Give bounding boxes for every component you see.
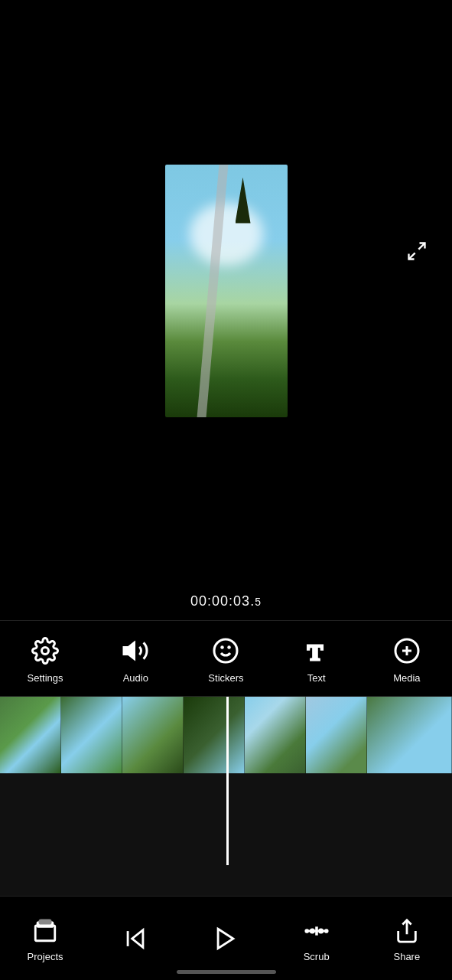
svg-point-21 (319, 929, 322, 933)
toolbar-settings[interactable]: Settings (22, 634, 68, 684)
timecode-bar: 00:00:03.5 (0, 582, 452, 620)
scrub-icon (300, 914, 333, 948)
text-icon: T (300, 634, 333, 668)
list-item (184, 697, 245, 773)
scrub-label: Scrub (304, 951, 330, 962)
list-item (122, 697, 184, 773)
list-item (306, 697, 367, 773)
toolbar-audio[interactable]: Audio (112, 634, 158, 684)
svg-marker-16 (219, 929, 234, 949)
rewind-icon (119, 922, 152, 956)
text-label: Text (307, 672, 326, 684)
home-indicator (177, 970, 276, 974)
list-item (0, 697, 61, 773)
timecode-main: 00:00:03. (190, 593, 255, 609)
share-icon (390, 914, 424, 948)
video-thumbnail (165, 165, 288, 417)
projects-icon (28, 914, 62, 948)
nav-scrub[interactable]: Scrub (286, 914, 347, 962)
toolbar-media[interactable]: Media (384, 634, 430, 684)
svg-point-20 (311, 929, 314, 933)
media-icon (390, 634, 424, 668)
toolbar-text[interactable]: T Text (294, 634, 340, 684)
toolbar: Settings Audio Stickers T (0, 620, 452, 697)
svg-rect-13 (40, 920, 50, 923)
svg-line-1 (409, 253, 415, 259)
svg-marker-3 (124, 642, 135, 658)
audio-label: Audio (123, 672, 148, 684)
svg-point-4 (214, 639, 237, 662)
settings-label: Settings (28, 672, 63, 684)
list-item (245, 697, 306, 773)
nav-share[interactable]: Share (376, 914, 437, 962)
nav-play[interactable] (195, 922, 256, 956)
audio-icon (119, 634, 152, 668)
svg-text:T: T (307, 639, 323, 665)
tree-decoration (236, 178, 251, 224)
svg-line-0 (418, 243, 424, 250)
settings-icon (28, 634, 62, 668)
timecode-display: 00:00:03.5 (190, 593, 262, 609)
list-item (61, 697, 122, 773)
timeline[interactable] (0, 697, 452, 896)
nav-projects[interactable]: Projects (15, 914, 76, 962)
media-label: Media (393, 672, 420, 684)
bottom-nav: Projects Scru (0, 896, 452, 980)
play-icon (209, 922, 242, 956)
toolbar-stickers[interactable]: Stickers (203, 634, 249, 684)
list-item (367, 697, 452, 773)
svg-point-2 (42, 647, 49, 654)
share-label: Share (393, 951, 420, 962)
video-preview-area (0, 0, 452, 582)
timecode-fraction: 5 (255, 596, 262, 608)
playhead (226, 697, 229, 865)
expand-icon[interactable] (403, 237, 431, 265)
svg-rect-11 (35, 926, 55, 941)
svg-marker-14 (132, 929, 143, 947)
stickers-icon (209, 634, 242, 668)
stickers-label: Stickers (208, 672, 243, 684)
projects-label: Projects (28, 951, 63, 962)
nav-rewind[interactable] (105, 922, 166, 956)
